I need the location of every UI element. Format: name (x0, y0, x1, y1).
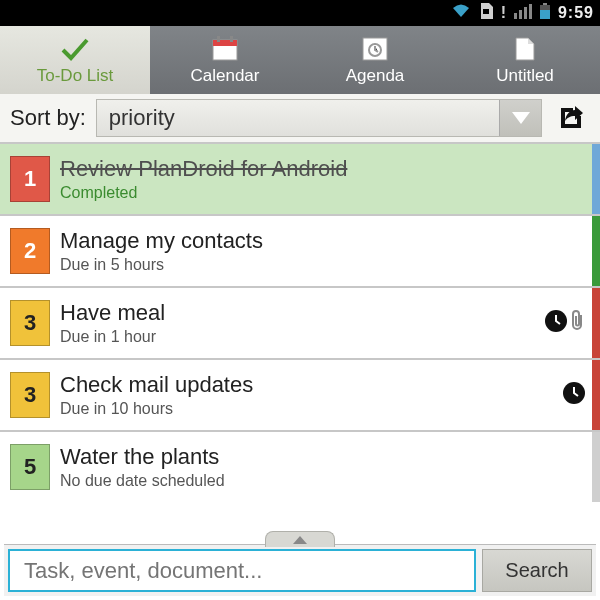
search-button[interactable]: Search (482, 549, 592, 592)
paperclip-icon (568, 309, 586, 337)
task-body: Water the plants No due date scheduled (60, 432, 592, 502)
task-subtitle: Due in 5 hours (60, 256, 588, 274)
svg-rect-9 (213, 40, 237, 46)
category-stripe (592, 360, 600, 430)
share-icon[interactable] (552, 99, 590, 137)
battery-icon (540, 3, 550, 23)
task-title: Water the plants (60, 444, 588, 470)
chevron-down-icon (499, 100, 541, 136)
task-row[interactable]: 3 Check mail updates Due in 10 hours (0, 358, 600, 430)
tab-todo-list[interactable]: To-Do List (0, 26, 150, 94)
task-row[interactable]: 1 Review PlanDroid for Android Completed (0, 142, 600, 214)
sort-dropdown-value: priority (109, 105, 175, 131)
category-stripe (592, 288, 600, 358)
task-title: Manage my contacts (60, 228, 588, 254)
svg-rect-4 (529, 4, 532, 19)
task-title: Have meal (60, 300, 540, 326)
check-icon (60, 34, 90, 64)
sort-by-label: Sort by: (10, 105, 86, 131)
alert-icon: ! (501, 4, 506, 22)
svg-rect-10 (217, 36, 220, 42)
priority-badge: 1 (10, 156, 50, 202)
tab-label: Calendar (191, 66, 260, 86)
wifi-icon (451, 3, 471, 23)
task-row[interactable]: 3 Have meal Due in 1 hour (0, 286, 600, 358)
reminder-icon (544, 309, 568, 337)
tab-label: Agenda (346, 66, 405, 86)
calendar-icon (211, 34, 239, 64)
sd-card-icon (479, 3, 493, 23)
clock-text: 9:59 (558, 4, 594, 22)
document-icon (514, 34, 536, 64)
top-tab-bar: To-Do List Calendar Agenda Untitled (0, 26, 600, 94)
task-attachments (544, 288, 592, 358)
task-subtitle: Due in 1 hour (60, 328, 540, 346)
svg-rect-11 (230, 36, 233, 42)
tab-label: Untitled (496, 66, 554, 86)
tab-label: To-Do List (37, 66, 114, 86)
svg-rect-2 (519, 10, 522, 19)
tab-agenda[interactable]: Agenda (300, 26, 450, 94)
search-input[interactable] (8, 549, 476, 592)
svg-rect-3 (524, 7, 527, 19)
priority-badge: 3 (10, 372, 50, 418)
category-stripe (592, 144, 600, 214)
task-subtitle: Due in 10 hours (60, 400, 558, 418)
pull-handle-icon[interactable] (265, 531, 335, 547)
agenda-icon (361, 34, 389, 64)
task-title: Review PlanDroid for Android (60, 156, 588, 182)
svg-rect-7 (540, 10, 550, 19)
sort-dropdown[interactable]: priority (96, 99, 542, 137)
bottom-search-bar: Search (4, 544, 596, 596)
task-subtitle: Completed (60, 184, 588, 202)
tab-calendar[interactable]: Calendar (150, 26, 300, 94)
task-row[interactable]: 5 Water the plants No due date scheduled (0, 430, 600, 502)
priority-badge: 5 (10, 444, 50, 490)
priority-badge: 3 (10, 300, 50, 346)
task-body: Have meal Due in 1 hour (60, 288, 544, 358)
task-subtitle: No due date scheduled (60, 472, 588, 490)
category-stripe (592, 432, 600, 502)
svg-rect-5 (543, 3, 547, 5)
signal-icon (514, 3, 532, 23)
task-body: Review PlanDroid for Android Completed (60, 144, 592, 214)
sort-row: Sort by: priority (0, 94, 600, 142)
task-list: 1 Review PlanDroid for Android Completed… (0, 142, 600, 502)
tab-untitled[interactable]: Untitled (450, 26, 600, 94)
svg-rect-0 (483, 9, 489, 14)
priority-badge: 2 (10, 228, 50, 274)
task-attachments (562, 360, 592, 430)
android-status-bar: ! 9:59 (0, 0, 600, 26)
svg-rect-1 (514, 13, 517, 19)
task-title: Check mail updates (60, 372, 558, 398)
reminder-icon (562, 381, 586, 409)
task-row[interactable]: 2 Manage my contacts Due in 5 hours (0, 214, 600, 286)
task-body: Check mail updates Due in 10 hours (60, 360, 562, 430)
category-stripe (592, 216, 600, 286)
task-body: Manage my contacts Due in 5 hours (60, 216, 592, 286)
